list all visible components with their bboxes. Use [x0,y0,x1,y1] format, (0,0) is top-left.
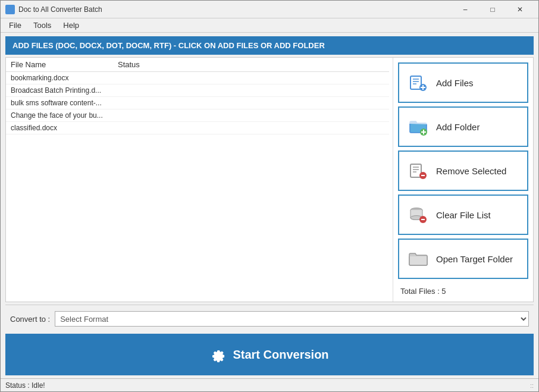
app-icon [5,5,15,14]
remove-selected-label: Remove Selected [436,166,506,176]
filename-cell: Change the face of your bu... [11,111,118,120]
add-files-button[interactable]: Add Files [398,62,528,103]
title-bar: Doc to All Converter Batch – □ ✕ [1,1,538,18]
open-target-folder-icon [408,248,429,269]
menu-help[interactable]: Help [57,20,85,31]
add-folder-label: Add Folder [436,122,480,132]
convert-to-label: Convert to : [10,315,50,324]
table-row[interactable]: Broadcast Batch Printing.d... [6,84,389,97]
filename-cell: classified.docx [11,124,118,132]
start-conversion-label: Start Conversion [233,348,328,362]
convert-row: Convert to : Select FormatPDFHTMLTXTRTFO… [5,305,534,333]
app-window: Doc to All Converter Batch – □ ✕ File To… [0,0,539,392]
status-bar: Status : Idle! :: [1,378,538,391]
status-cell [118,124,384,132]
total-files: Total Files : 5 [398,283,528,297]
status-text: Status : Idle! [5,381,45,390]
menu-file[interactable]: File [3,20,27,31]
status-resize: :: [530,382,534,389]
status-cell [118,86,384,95]
menu-tools[interactable]: Tools [27,20,57,31]
table-row[interactable]: bookmarking.docx [6,72,389,84]
add-files-label: Add Files [436,78,474,88]
table-row[interactable]: Change the face of your bu... [6,109,389,122]
add-files-icon [408,72,429,93]
start-btn-bar: Start Conversion [5,334,534,375]
content-area: File Name Status bookmarking.docxBroadca… [5,57,534,302]
menu-bar: File Tools Help [1,18,538,33]
remove-selected-button[interactable]: Remove Selected [398,150,528,191]
format-select[interactable]: Select FormatPDFHTMLTXTRTFODTEPUB [55,311,529,327]
status-cell [118,111,384,120]
clear-file-list-button[interactable]: Clear File List [398,195,528,235]
inner-content: ADD FILES (DOC, DOCX, DOT, DOCM, RTF) - … [1,33,538,378]
clear-file-list-label: Clear File List [436,210,491,220]
open-target-folder-button[interactable]: Open Target Folder [398,239,528,279]
status-cell [118,99,384,107]
clear-file-list-icon [408,204,429,225]
maximize-button[interactable]: □ [479,1,506,18]
file-rows: bookmarking.docxBroadcast Batch Printing… [6,72,389,134]
window-controls: – □ ✕ [452,1,534,18]
minimize-button[interactable]: – [452,1,479,18]
file-table-header: File Name Status [6,58,389,72]
close-button[interactable]: ✕ [506,1,534,18]
start-conversion-button[interactable]: Start Conversion [10,340,529,369]
gear-icon [210,346,227,363]
col-filename-header: File Name [11,60,118,69]
filename-cell: bulk sms software content-... [11,99,118,107]
table-row[interactable]: classified.docx [6,122,389,134]
table-row[interactable]: bulk sms software content-... [6,97,389,109]
open-target-folder-label: Open Target Folder [436,254,513,264]
right-panel: Add Files Add Folder [393,58,533,302]
remove-selected-icon [408,160,429,181]
filename-cell: bookmarking.docx [11,74,118,82]
filename-cell: Broadcast Batch Printing.d... [11,86,118,95]
window-title: Doc to All Converter Batch [18,5,452,14]
add-folder-button[interactable]: Add Folder [398,106,528,147]
file-list-panel: File Name Status bookmarking.docxBroadca… [6,58,389,302]
header-banner: ADD FILES (DOC, DOCX, DOT, DOCM, RTF) - … [5,36,534,55]
add-folder-icon [408,116,429,137]
svg-rect-0 [7,6,12,13]
col-status-header: Status [118,60,384,69]
status-cell [118,74,384,82]
